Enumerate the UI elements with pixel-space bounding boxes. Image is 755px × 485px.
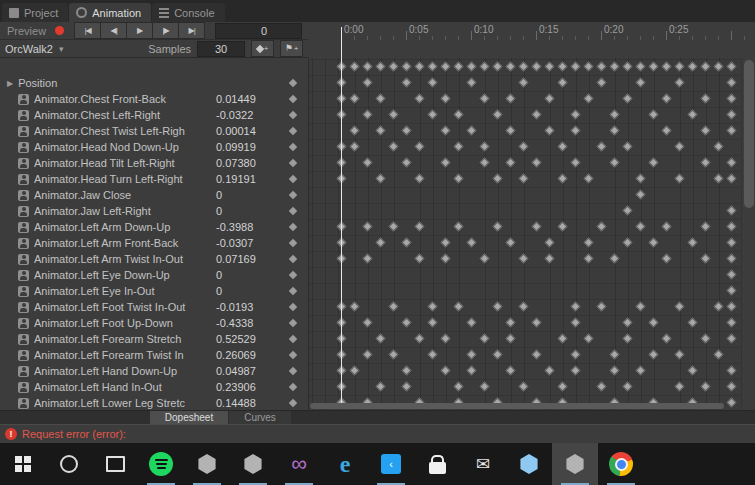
- property-value[interactable]: -0.0322: [216, 109, 290, 121]
- keyframe-diamond[interactable]: [532, 350, 542, 360]
- keyframe-diamond[interactable]: [441, 94, 451, 104]
- tab-console[interactable]: Console: [152, 3, 224, 22]
- property-row[interactable]: Animator.Left Eye In-Out0: [0, 283, 308, 299]
- keyframe-diamond[interactable]: [506, 366, 516, 376]
- keyframe-diamond[interactable]: [480, 142, 490, 152]
- keyframe-diamond[interactable]: [701, 158, 711, 168]
- keyframe-diamond[interactable]: [480, 62, 490, 72]
- keyframe-diamond[interactable]: [688, 366, 698, 376]
- property-value[interactable]: 0.19191: [216, 173, 290, 185]
- keyframe-diamond[interactable]: [558, 78, 568, 88]
- keyframe-diamond[interactable]: [623, 94, 633, 104]
- tab-dopesheet[interactable]: Dopesheet: [150, 411, 228, 425]
- keyframe-diamond[interactable]: [389, 110, 399, 120]
- next-key-button[interactable]: |▶: [152, 22, 179, 39]
- keyframe-diamond[interactable]: [558, 334, 568, 344]
- keyframe-diamond[interactable]: [610, 126, 620, 136]
- keyframe-diamond[interactable]: [519, 62, 529, 72]
- keyframe-diamond[interactable]: [493, 110, 503, 120]
- keyframe-diamond[interactable]: [545, 126, 555, 136]
- taskbar-spotify-button[interactable]: [138, 443, 184, 485]
- keyframe-diamond[interactable]: [675, 174, 685, 184]
- keyframe-diamond[interactable]: [441, 366, 451, 376]
- horizontal-scrollbar-thumb[interactable]: [310, 403, 724, 409]
- property-row[interactable]: Animator.Left Forearm Twist In0.26069: [0, 347, 308, 363]
- keyframe-diamond[interactable]: [571, 366, 581, 376]
- timeline-ruler[interactable]: 0:000:050:100:150:200:25: [308, 22, 755, 41]
- samples-input[interactable]: [197, 41, 245, 57]
- property-value[interactable]: -0.3988: [216, 221, 290, 233]
- keyframe-diamond[interactable]: [597, 222, 607, 232]
- property-value[interactable]: 0.52529: [216, 333, 290, 345]
- keyframe-diamond[interactable]: [701, 222, 711, 232]
- keyframe-diamond[interactable]: [350, 302, 360, 312]
- keyframe-diamond[interactable]: [376, 334, 386, 344]
- property-value[interactable]: 0.26069: [216, 349, 290, 361]
- property-value[interactable]: 0.04987: [216, 365, 290, 377]
- property-row[interactable]: Animator.Left Eye Down-Up0: [0, 267, 308, 283]
- keyframe-diamond[interactable]: [363, 62, 373, 72]
- keyframe-diamond[interactable]: [389, 302, 399, 312]
- keyframe-diamond[interactable]: [506, 238, 516, 248]
- taskbar-chrome-button[interactable]: [598, 443, 644, 485]
- property-value[interactable]: 0.14488: [216, 397, 290, 409]
- keyframe-diamond[interactable]: [662, 126, 672, 136]
- property-value[interactable]: 0.00014: [216, 125, 290, 137]
- keyframe-diamond[interactable]: [415, 334, 425, 344]
- keyframe-diamond[interactable]: [493, 174, 503, 184]
- keyframe-diamond[interactable]: [675, 382, 685, 392]
- keyframe-diamond[interactable]: [636, 222, 646, 232]
- keyframe-diamond[interactable]: [584, 94, 594, 104]
- keyframe-diamond[interactable]: [649, 62, 659, 72]
- keyframe-diamond[interactable]: [480, 158, 490, 168]
- keyframe-diamond[interactable]: [363, 78, 373, 88]
- keyframe-diamond[interactable]: [376, 382, 386, 392]
- taskbar-visual-studio-button[interactable]: ∞: [276, 443, 322, 485]
- keyframe-diamond[interactable]: [662, 94, 672, 104]
- keyframe-diamond[interactable]: [519, 382, 529, 392]
- keyframe-diamond[interactable]: [727, 302, 737, 312]
- keyframe-diamond[interactable]: [480, 94, 490, 104]
- keyframe-diamond[interactable]: [376, 94, 386, 104]
- keyframe-diamond[interactable]: [545, 366, 555, 376]
- keyframe-diamond[interactable]: [441, 254, 451, 264]
- keyframe-diamond[interactable]: [480, 382, 490, 392]
- dopesheet-grid[interactable]: [308, 58, 742, 410]
- keyframe-diamond[interactable]: [688, 238, 698, 248]
- keyframe-diamond[interactable]: [727, 62, 737, 72]
- keyframe-diamond[interactable]: [662, 254, 672, 264]
- keyframe-diamond[interactable]: [610, 110, 620, 120]
- keyframe-diamond[interactable]: [597, 142, 607, 152]
- keyframe-diamond[interactable]: [597, 62, 607, 72]
- keyframe-diamond[interactable]: [714, 302, 724, 312]
- keyframe-diamond[interactable]: [727, 238, 737, 248]
- keyframe-diamond[interactable]: [675, 62, 685, 72]
- keyframe-diamond[interactable]: [428, 318, 438, 328]
- keyframe-diamond[interactable]: [402, 318, 412, 328]
- last-key-button[interactable]: ▶|: [178, 22, 205, 39]
- keyframe-diamond[interactable]: [402, 126, 412, 136]
- keyframe-diamond[interactable]: [493, 222, 503, 232]
- keyframe-diamond[interactable]: [688, 110, 698, 120]
- keyframe-diamond[interactable]: [363, 254, 373, 264]
- property-row[interactable]: Animator.Left Arm Twist In-Out0.07169: [0, 251, 308, 267]
- keyframe-diamond[interactable]: [350, 142, 360, 152]
- taskbar-task-view-button[interactable]: [92, 443, 138, 485]
- keyframe-diamond[interactable]: [636, 78, 646, 88]
- keyframe-diamond[interactable]: [727, 382, 737, 392]
- keyframe-diamond[interactable]: [480, 334, 490, 344]
- keyframe-diamond[interactable]: [701, 94, 711, 104]
- vertical-scrollbar[interactable]: [741, 58, 755, 410]
- keyframe-diamond[interactable]: [402, 158, 412, 168]
- taskbar-mail-button[interactable]: ✉: [460, 443, 506, 485]
- keyframe-diamond[interactable]: [545, 62, 555, 72]
- property-value[interactable]: 0.09919: [216, 141, 290, 153]
- keyframe-diamond[interactable]: [714, 174, 724, 184]
- keyframe-diamond[interactable]: [623, 382, 633, 392]
- property-value[interactable]: 0.07169: [216, 253, 290, 265]
- keyframe-diamond[interactable]: [493, 350, 503, 360]
- keyframe-diamond[interactable]: [376, 62, 386, 72]
- keyframe-diamond[interactable]: [571, 62, 581, 72]
- property-row[interactable]: Animator.Left Lower Leg Stretc0.14488: [0, 395, 308, 410]
- keyframe-diamond[interactable]: [454, 110, 464, 120]
